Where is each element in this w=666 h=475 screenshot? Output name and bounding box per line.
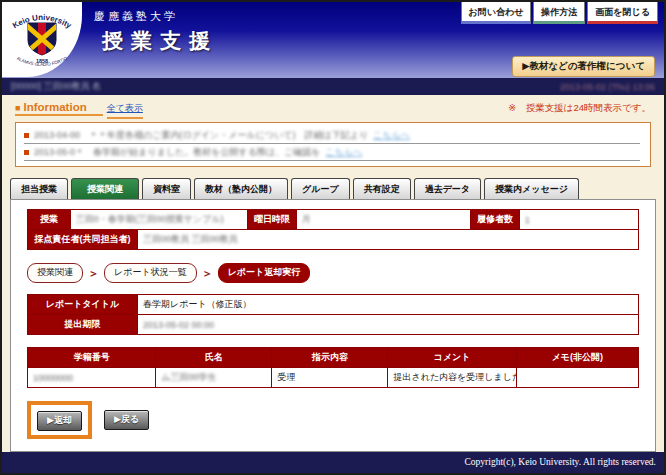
main-tabs: 担当授業 授業関連 資料室 教材（塾内公開） グループ 共有設定 過去データ 授…: [10, 178, 656, 199]
grader-info-table: 採点責任者(共同担当者) 三田00教員 三田00教員: [27, 229, 639, 250]
information-header: ■Information 全て表示 ※ 授業支援は24時間表示です。: [15, 101, 651, 119]
breadcrumb: 授業関連 ＞ レポート状況一覧 ＞ レポート返却実行: [27, 263, 639, 283]
how-to-button[interactable]: 操作方法: [533, 2, 585, 24]
comment-cell: 提出された内容を受理しました。: [388, 368, 516, 388]
info-item-text: 2013-04-00 ＊＊年度各種のご案内(ログイン・メールについて) 詳細は下…: [34, 129, 368, 142]
header: Keio University 1858 CALAMVS GLADIO FORT…: [2, 2, 664, 78]
footer-copyright: Copyright(c), Keio University. All right…: [2, 452, 664, 473]
students-table: 学籍番号 氏名 指示内容 コメント メモ(非公開) 10000000 ム三田00…: [27, 347, 639, 388]
student-name-header: 氏名: [156, 348, 272, 368]
information-box: 2013-04-00 ＊＊年度各種のご案内(ログイン・メールについて) 詳細は下…: [15, 122, 651, 167]
keio-crest-icon: Keio University 1858 CALAMVS GLADIO FORT…: [2, 2, 82, 77]
user-bar: [00000] 三田00教員 名 2013-05-02 (Thu) 13:06: [2, 78, 664, 95]
student-name-cell: ム三田00学生: [156, 368, 272, 388]
comment-header: コメント: [388, 348, 516, 368]
information-title: ■Information: [15, 101, 103, 116]
bullet-icon: [24, 150, 29, 155]
contact-button[interactable]: お問い合わせ: [461, 2, 532, 24]
info-item-text: 2013-05-0＊ 春学期が始まりました。教材を公開する際は、ご確認を: [34, 146, 321, 159]
back-button[interactable]: ▶戻る: [104, 410, 149, 430]
logged-in-user: [00000] 三田00教員 名: [11, 80, 101, 93]
memo-header: メモ(非公開): [516, 348, 638, 368]
report-title-label: レポートタイトル: [28, 295, 138, 315]
breadcrumb-separator: ＞: [88, 266, 99, 281]
info-item-link[interactable]: こちらへ: [326, 146, 363, 159]
tab-class-related[interactable]: 授業関連: [71, 178, 139, 199]
deadline-value: 2013-05-02 00:00: [137, 315, 638, 335]
breadcrumb-class-related[interactable]: 授業関連: [27, 263, 83, 283]
day-period-label: 曜日時限: [247, 210, 296, 230]
course-info-table: 授業 三田0・春学期(三田00授業サンプル) 曜日時限 月 履修者数 1: [27, 209, 639, 230]
report-info-table: レポートタイトル 春学期レポート（修正版） 提出期限 2013-05-02 00…: [27, 294, 639, 335]
info-item-link[interactable]: こちらへ: [373, 129, 410, 142]
tab-assigned-classes[interactable]: 担当授業: [10, 178, 68, 199]
report-title-value: 春学期レポート（修正版）: [137, 295, 638, 315]
enrolled-label: 履修者数: [470, 210, 519, 230]
grader-value: 三田00教員 三田00教員: [137, 230, 638, 250]
day-period-value: 月: [296, 210, 470, 230]
current-datetime: 2013-05-02 (Thu) 13:06: [560, 82, 655, 92]
breadcrumb-report-status-list[interactable]: レポート状況一覧: [104, 263, 197, 283]
header-nav: お問い合わせ 操作方法 画面を閉じる: [459, 2, 658, 24]
students-header-row: 学籍番号 氏名 指示内容 コメント メモ(非公開): [28, 348, 639, 368]
tab-groups[interactable]: グループ: [291, 178, 350, 199]
grader-label: 採点責任者(共同担当者): [28, 230, 138, 250]
course-label: 授業: [28, 210, 71, 230]
info-item: 2013-04-00 ＊＊年度各種のご案内(ログイン・メールについて) 詳細は下…: [24, 127, 640, 144]
bullet-icon: [24, 133, 29, 138]
enrolled-value: 1: [519, 210, 638, 230]
course-value: 三田0・春学期(三田00授業サンプル): [70, 210, 247, 230]
close-screen-button[interactable]: 画面を閉じる: [587, 2, 658, 24]
student-row: 10000000 ム三田00学生 受理 提出された内容を受理しました。: [28, 368, 639, 388]
instruction-header: 指示内容: [272, 348, 388, 368]
show-all-link[interactable]: 全て表示: [107, 102, 143, 119]
tab-share-settings[interactable]: 共有設定: [353, 178, 411, 199]
information-title-text: Information: [23, 101, 86, 113]
tab-past-data[interactable]: 過去データ: [414, 178, 481, 199]
action-buttons: ▶返却 ▶戻る: [27, 401, 639, 439]
tab-class-messages[interactable]: 授業内メッセージ: [484, 178, 579, 199]
student-id-header: 学籍番号: [28, 348, 156, 368]
tab-library[interactable]: 資料室: [142, 178, 191, 199]
course-support-window: Keio University 1858 CALAMVS GLADIO FORT…: [0, 0, 666, 475]
university-name: 慶應義塾大学: [94, 9, 178, 24]
deadline-label: 提出期限: [28, 315, 138, 335]
breadcrumb-report-return-execute: レポート返却実行: [218, 263, 311, 283]
note-24h: ※ 授業支援は24時間表示です。: [508, 102, 651, 115]
tab-materials[interactable]: 教材（塾内公開）: [194, 178, 288, 199]
keio-logo: Keio University 1858 CALAMVS GLADIO FORT…: [2, 2, 82, 77]
instruction-cell: 受理: [272, 368, 388, 388]
return-button[interactable]: ▶返却: [37, 411, 82, 431]
app-title: 授業支援: [102, 27, 218, 55]
return-button-highlight: ▶返却: [27, 401, 92, 439]
info-item: 2013-05-0＊ 春学期が始まりました。教材を公開する際は、ご確認を こちら…: [24, 144, 640, 161]
content-panel: 授業 三田0・春学期(三田00授業サンプル) 曜日時限 月 履修者数 1 採点責…: [10, 199, 656, 452]
information-bullet-icon: ■: [15, 103, 20, 113]
materials-copyright-button[interactable]: ▶教材などの著作権について: [512, 56, 655, 77]
breadcrumb-separator: ＞: [202, 266, 213, 281]
student-id-cell: 10000000: [28, 368, 156, 388]
memo-cell: [516, 368, 638, 388]
